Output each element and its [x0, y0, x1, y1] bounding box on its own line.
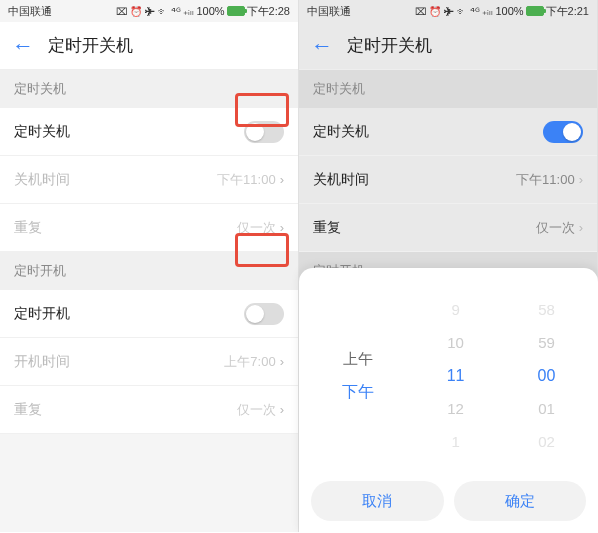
- chevron-right-icon: ›: [280, 402, 284, 417]
- toggle-scheduled-on[interactable]: [244, 303, 284, 325]
- wheel-item[interactable]: 10: [447, 331, 464, 355]
- row-value: 下午11:00: [217, 171, 276, 189]
- wheel-item[interactable]: 上午: [343, 347, 373, 371]
- wheel-item-selected[interactable]: 11: [447, 364, 465, 388]
- wheel-minute[interactable]: 58 59 00 01 02: [538, 298, 556, 454]
- status-right: ⌧ ⏰ ✈ ᯤ ⁴ᴳ ₊ᵢₗₗ 100% 下午2:28: [116, 4, 290, 19]
- chevron-right-icon: ›: [579, 172, 583, 187]
- battery-icon: [227, 6, 245, 16]
- wheel-item[interactable]: 02: [538, 430, 555, 454]
- row-label: 定时开机: [14, 305, 70, 323]
- wheel-item[interactable]: 12: [447, 397, 464, 421]
- back-icon[interactable]: ←: [12, 33, 34, 59]
- row-on-time: 开机时间 上午7:00›: [0, 338, 298, 386]
- wheel-item[interactable]: 9: [451, 298, 459, 322]
- row-value: 下午11:00: [516, 171, 575, 189]
- section-header-off: 定时关机: [0, 70, 298, 108]
- row-value: 上午7:00: [224, 353, 275, 371]
- page-title: 定时开关机: [347, 34, 432, 57]
- carrier-label: 中国联通: [307, 4, 351, 19]
- section-header-on: 定时开机: [0, 252, 298, 290]
- row-scheduled-on-toggle[interactable]: 定时开机: [0, 290, 298, 338]
- battery-pct: 100%: [495, 5, 523, 17]
- status-bar: 中国联通 ⌧ ⏰ ✈ ᯤ ⁴ᴳ ₊ᵢₗₗ 100% 下午2:28: [0, 0, 298, 22]
- picker-buttons: 取消 确定: [305, 475, 592, 521]
- status-icons: ⌧ ⏰ ✈ ᯤ ⁴ᴳ ₊ᵢₗₗ: [116, 6, 195, 17]
- picker-wheels[interactable]: 上午 下午 9 10 11 12 1 58 59 00 01 02: [305, 276, 592, 475]
- wheel-item[interactable]: 1: [451, 430, 459, 454]
- row-value: 仅一次: [237, 401, 276, 419]
- row-value: 仅一次: [237, 219, 276, 237]
- row-label: 重复: [14, 401, 42, 419]
- wheel-item[interactable]: 59: [538, 331, 555, 355]
- clock: 下午2:28: [247, 4, 290, 19]
- row-value: 仅一次: [536, 219, 575, 237]
- clock: 下午2:21: [546, 4, 589, 19]
- title-bar: ← 定时开关机: [0, 22, 298, 70]
- screen-left: 中国联通 ⌧ ⏰ ✈ ᯤ ⁴ᴳ ₊ᵢₗₗ 100% 下午2:28 ← 定时开关机…: [0, 0, 299, 532]
- row-on-repeat: 重复 仅一次›: [0, 386, 298, 434]
- chevron-right-icon: ›: [280, 354, 284, 369]
- row-off-repeat[interactable]: 重复 仅一次›: [299, 204, 597, 252]
- chevron-right-icon: ›: [280, 172, 284, 187]
- time-picker-dialog: 上午 下午 9 10 11 12 1 58 59 00 01 02 取消 确定: [299, 268, 598, 533]
- row-label: 重复: [14, 219, 42, 237]
- row-scheduled-off-toggle[interactable]: 定时关机: [299, 108, 597, 156]
- ok-button[interactable]: 确定: [454, 481, 587, 521]
- wheel-ampm[interactable]: 上午 下午: [342, 347, 374, 404]
- row-off-repeat: 重复 仅一次›: [0, 204, 298, 252]
- page-title: 定时开关机: [48, 34, 133, 57]
- status-icons: ⌧ ⏰ ✈ ᯤ ⁴ᴳ ₊ᵢₗₗ: [415, 6, 494, 17]
- row-label: 重复: [313, 219, 341, 237]
- status-bar: 中国联通 ⌧ ⏰ ✈ ᯤ ⁴ᴳ ₊ᵢₗₗ 100% 下午2:21: [299, 0, 597, 22]
- row-label: 关机时间: [313, 171, 369, 189]
- title-bar: ← 定时开关机: [299, 22, 597, 70]
- status-right: ⌧ ⏰ ✈ ᯤ ⁴ᴳ ₊ᵢₗₗ 100% 下午2:21: [415, 4, 589, 19]
- wheel-item[interactable]: 01: [538, 397, 555, 421]
- wheel-hour[interactable]: 9 10 11 12 1: [447, 298, 465, 454]
- toggle-scheduled-off[interactable]: [543, 121, 583, 143]
- battery-icon: [526, 6, 544, 16]
- chevron-right-icon: ›: [579, 220, 583, 235]
- toggle-scheduled-off[interactable]: [244, 121, 284, 143]
- cancel-button[interactable]: 取消: [311, 481, 444, 521]
- row-label: 关机时间: [14, 171, 70, 189]
- row-label: 定时关机: [14, 123, 70, 141]
- wheel-item-selected[interactable]: 下午: [342, 380, 374, 404]
- battery-pct: 100%: [196, 5, 224, 17]
- chevron-right-icon: ›: [280, 220, 284, 235]
- section-header-off: 定时关机: [299, 70, 597, 108]
- wheel-item-selected[interactable]: 00: [538, 364, 556, 388]
- row-label: 开机时间: [14, 353, 70, 371]
- row-off-time: 关机时间 下午11:00›: [0, 156, 298, 204]
- row-off-time[interactable]: 关机时间 下午11:00›: [299, 156, 597, 204]
- row-scheduled-off-toggle[interactable]: 定时关机: [0, 108, 298, 156]
- carrier-label: 中国联通: [8, 4, 52, 19]
- back-icon[interactable]: ←: [311, 33, 333, 59]
- row-label: 定时关机: [313, 123, 369, 141]
- wheel-item[interactable]: 58: [538, 298, 555, 322]
